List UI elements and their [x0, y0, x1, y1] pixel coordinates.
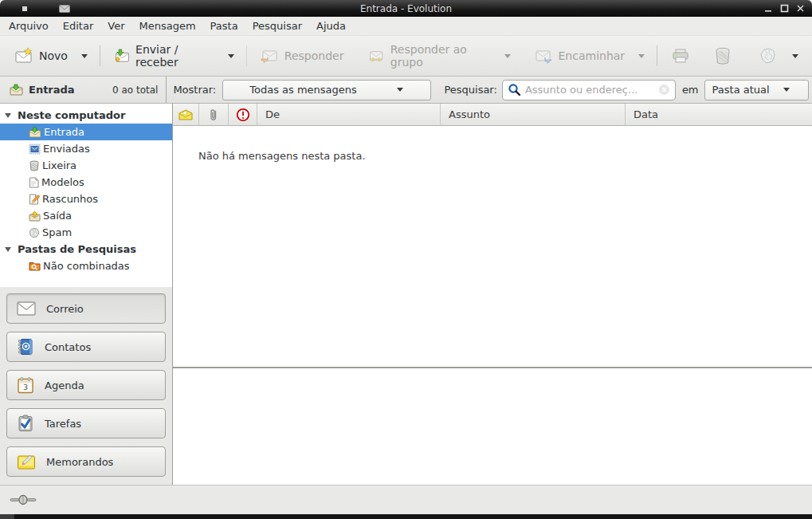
sidebar: Neste computador Entrada	[0, 104, 173, 485]
send-receive-icon	[113, 46, 130, 65]
switcher-button-memorandos[interactable]: Memorandos	[6, 446, 166, 477]
toolbar-separator	[100, 45, 100, 66]
search-folder-icon	[29, 261, 41, 271]
switcher-button-tarefas[interactable]: Tarefas	[6, 408, 166, 438]
sidebar-item-rascunhos[interactable]: Rascunhos	[0, 191, 172, 207]
menu-item-pasta[interactable]: Pasta	[203, 18, 245, 34]
forward-icon	[534, 46, 553, 65]
menu-item-arquivo[interactable]: Arquivo	[2, 18, 56, 34]
menu-item-editar[interactable]: Editar	[56, 18, 101, 34]
evolution-window: Entrada - Evolution Arquivo Editar Ver M…	[0, 0, 812, 519]
window-title: Entrada - Evolution	[0, 3, 812, 14]
toolbar-overflow-button[interactable]	[787, 46, 804, 66]
new-mail-icon	[14, 46, 33, 65]
search-input[interactable]	[525, 84, 658, 96]
new-button[interactable]: Novo	[8, 41, 74, 70]
current-folder-name: Entrada	[29, 84, 75, 96]
maximize-button[interactable]	[779, 3, 790, 14]
sidebar-item-spam[interactable]: Spam	[0, 224, 172, 241]
tasks-icon	[17, 415, 34, 432]
message-list[interactable]: Não há mensagens nesta pasta.	[173, 126, 812, 367]
search-label: Pesquisar:	[444, 84, 497, 96]
message-status-icon	[178, 109, 193, 120]
trash-icon	[714, 46, 732, 65]
menu-item-pesquisar[interactable]: Pesquisar	[245, 18, 309, 34]
toolbar-separator	[657, 45, 657, 66]
window-bottom-edge	[0, 514, 812, 519]
reply-group-dropdown-button[interactable]	[499, 46, 516, 66]
memos-icon	[17, 454, 36, 470]
priority-icon	[236, 108, 250, 122]
send-receive-dropdown-button[interactable]	[222, 46, 240, 66]
sidebar-item-saida[interactable]: Saída	[0, 207, 172, 224]
show-label: Mostrar:	[173, 84, 216, 96]
calendar-icon: 3	[17, 376, 34, 394]
folder-tree: Neste computador Entrada	[0, 104, 172, 287]
attachment-column-header[interactable]	[199, 104, 229, 125]
calendar-day-number: 3	[23, 383, 28, 391]
tree-group-neste-computador[interactable]: Neste computador	[0, 107, 172, 124]
evolution-app-icon	[59, 5, 70, 13]
view-switcher: Correio Contatos	[0, 287, 172, 485]
switcher-button-agenda[interactable]: 3 Agenda	[6, 370, 166, 400]
message-pane: De Assunto Data Não há mensagens nesta p…	[173, 104, 812, 485]
titlebar[interactable]: Entrada - Evolution	[0, 0, 812, 17]
templates-icon	[29, 177, 39, 188]
forward-button[interactable]: Encaminhar	[528, 41, 632, 70]
minimize-button[interactable]	[763, 3, 774, 14]
status-column-header[interactable]	[173, 104, 199, 125]
menubar: Arquivo Editar Ver Mensagem Pasta Pesqui…	[0, 17, 812, 36]
drafts-icon	[29, 194, 40, 205]
show-filter-dropdown[interactable]: Todas as mensagens	[222, 80, 431, 100]
print-button[interactable]	[664, 41, 697, 70]
new-button-label: Novo	[39, 49, 68, 62]
menu-item-ver[interactable]: Ver	[100, 18, 131, 34]
folder-search-bar: Entrada 0 ao total Mostrar: Todas as men…	[0, 77, 812, 104]
sidebar-item-entrada[interactable]: Entrada	[0, 124, 172, 140]
search-box	[502, 80, 676, 100]
message-list-header: De Assunto Data	[173, 104, 812, 126]
send-receive-button[interactable]: Enviar / receber	[107, 38, 221, 73]
preview-pane	[173, 368, 812, 485]
junk-button[interactable]	[751, 41, 785, 70]
contacts-icon	[17, 338, 34, 356]
close-button[interactable]	[794, 3, 806, 14]
reply-group-button[interactable]: Responder ao grupo	[361, 38, 496, 73]
trash-icon	[29, 160, 40, 171]
menu-item-ajuda[interactable]: Ajuda	[309, 18, 353, 34]
switcher-button-correio[interactable]: Correio	[6, 293, 166, 324]
column-header-assunto[interactable]: Assunto	[441, 104, 626, 125]
column-header-de[interactable]: De	[257, 104, 441, 125]
printer-icon	[671, 46, 690, 65]
inbox-icon	[10, 84, 23, 96]
mail-icon	[17, 301, 36, 316]
sidebar-item-modelos[interactable]: Modelos	[0, 174, 172, 191]
menu-item-mensagem[interactable]: Mensagem	[132, 18, 203, 34]
current-folder-info: Entrada 0 ao total	[0, 77, 167, 103]
reply-group-label: Responder ao grupo	[390, 43, 491, 69]
sidebar-item-enviadas[interactable]: Enviadas	[0, 140, 172, 157]
inbox-icon	[29, 127, 41, 138]
empty-folder-text: Não há mensagens nesta pasta.	[173, 126, 812, 162]
expander-icon	[5, 247, 11, 252]
sidebar-item-lixeira[interactable]: Lixeira	[0, 157, 172, 174]
column-header-data[interactable]: Data	[626, 104, 812, 125]
toolbar-separator	[246, 45, 247, 66]
attachment-icon	[209, 108, 218, 122]
scope-label: em	[682, 84, 699, 96]
new-dropdown-button[interactable]	[76, 46, 93, 66]
switcher-button-contatos[interactable]: Contatos	[6, 332, 166, 362]
send-receive-label: Enviar / receber	[135, 43, 214, 69]
delete-button[interactable]	[707, 41, 739, 70]
show-filter-value: Todas as mensagens	[249, 84, 357, 96]
clear-search-icon[interactable]	[658, 84, 670, 96]
online-status-icon[interactable]	[10, 494, 37, 505]
forward-dropdown-button[interactable]	[633, 46, 650, 66]
tree-group-pastas-de-pesquisas[interactable]: Pastas de Pesquisas	[0, 241, 172, 258]
sent-icon	[29, 144, 41, 155]
sidebar-item-nao-combinadas[interactable]: Não combinadas	[0, 258, 172, 274]
reply-button[interactable]: Responder	[253, 41, 351, 70]
scope-dropdown[interactable]: Pasta atual	[704, 80, 809, 100]
spam-icon	[29, 227, 40, 238]
priority-column-header[interactable]	[229, 104, 257, 125]
